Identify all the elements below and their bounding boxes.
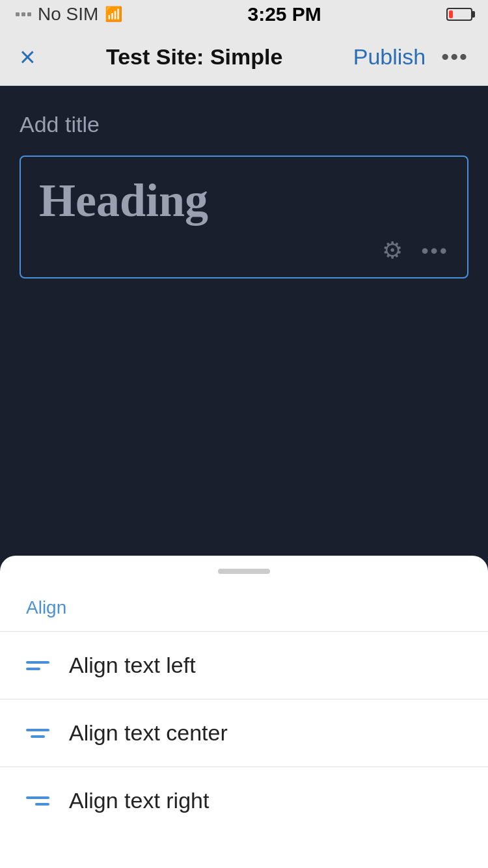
sheet-section-title: Align (0, 597, 488, 618)
align-right-icon (26, 796, 49, 806)
signal-icon (16, 12, 31, 16)
status-bar: No SIM 📶 3:25 PM (0, 0, 488, 29)
editor-area: Add title Heading ⚙ ••• (0, 86, 488, 298)
align-right-option[interactable]: Align text right (0, 766, 488, 834)
status-time: 3:25 PM (247, 3, 321, 25)
align-left-label: Align text left (69, 653, 196, 678)
add-title-label: Add title (20, 112, 468, 137)
align-left-option[interactable]: Align text left (0, 631, 488, 699)
align-right-label: Align text right (69, 788, 209, 813)
align-center-icon (26, 729, 49, 738)
more-button[interactable]: ••• (441, 44, 468, 70)
bottom-sheet: Align Align text left Align text center … (0, 556, 488, 868)
align-left-icon (26, 661, 49, 670)
settings-icon[interactable]: ⚙ (382, 237, 403, 264)
battery-icon (446, 8, 472, 21)
page-title: Test Site: Simple (106, 44, 282, 70)
heading-text[interactable]: Heading (39, 175, 449, 226)
heading-block[interactable]: Heading ⚙ ••• (20, 156, 468, 278)
status-right (446, 8, 472, 21)
align-center-label: Align text center (69, 720, 228, 746)
align-center-option[interactable]: Align text center (0, 699, 488, 766)
nav-right: Publish ••• (353, 44, 468, 70)
close-button[interactable]: × (20, 44, 36, 71)
status-left: No SIM 📶 (16, 4, 122, 25)
dark-space (0, 298, 488, 474)
carrier-label: No SIM (38, 4, 98, 25)
nav-bar: × Test Site: Simple Publish ••• (0, 29, 488, 86)
block-actions: ⚙ ••• (39, 237, 449, 264)
sheet-handle (218, 569, 270, 574)
wifi-icon: 📶 (105, 6, 122, 23)
publish-button[interactable]: Publish (353, 44, 426, 70)
block-more-button[interactable]: ••• (421, 239, 449, 263)
